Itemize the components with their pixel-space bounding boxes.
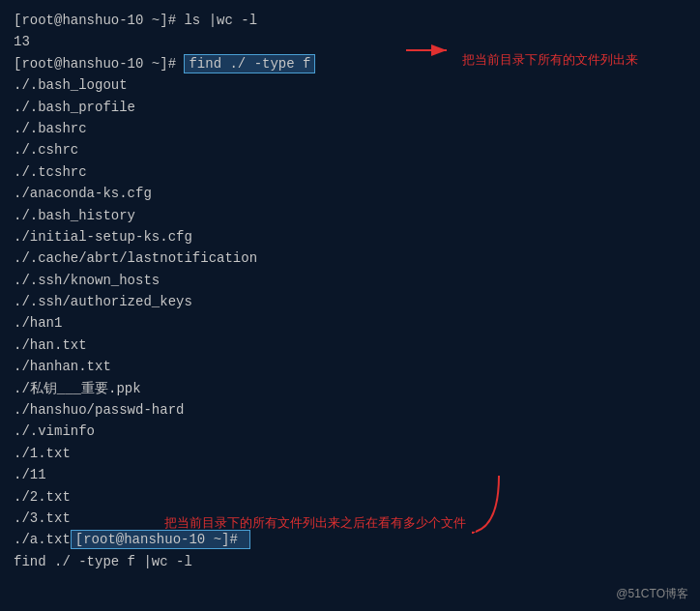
terminal-output: ./.tcshrc (14, 161, 686, 183)
terminal-output: ./1.txt (14, 443, 686, 464)
terminal-output: find ./ -type f |wc -l (14, 551, 686, 572)
terminal-output: ./anaconda-ks.cfg (14, 183, 686, 204)
terminal-output: ./.ssh/authorized_keys (14, 291, 686, 312)
annotation-bottom-text: 把当前目录下的所有文件列出来之后在看有多少个文件 (164, 513, 466, 534)
terminal-output: ./私钥___重要.ppk (14, 378, 686, 399)
terminal-output: ./.bash_logout (14, 74, 686, 96)
terminal-output: ./han.txt (14, 335, 686, 356)
terminal-output: ./hanshuo/passwd-hard (14, 399, 686, 421)
terminal-output: ./.bash_profile (14, 97, 686, 118)
terminal-line: [root@hanshuo-10 ~]# ls |wc -l (14, 10, 686, 31)
terminal-output: ./.ssh/known_hosts (14, 270, 686, 291)
terminal-output: ./han1 (14, 312, 686, 334)
terminal-window: [root@hanshuo-10 ~]# ls |wc -l 13 [root@… (0, 0, 700, 611)
annotation-bottom: 把当前目录下的所有文件列出来之后在看有多少个文件 (164, 476, 507, 534)
terminal-output: ./.cache/abrt/lastnotification (14, 247, 686, 269)
terminal-output: ./.viminfo (14, 421, 686, 442)
prompt: ./a.txt (14, 532, 71, 547)
prompt: [root@hanshuo-10 ~]# ls |wc -l (14, 13, 257, 28)
watermark: @51CTO博客 (616, 585, 688, 603)
annotation-top-text: 把当前目录下所有的文件列出来 (462, 52, 638, 67)
terminal-output: ./hanhan.txt (14, 356, 686, 377)
arrow-right-icon (406, 37, 454, 64)
terminal-output: ./.cshrc (14, 139, 686, 160)
terminal-output: ./.bash_history (14, 205, 686, 226)
annotation-top: 把当前目录下所有的文件列出来 (406, 37, 638, 71)
prompt: [root@hanshuo-10 ~]# (14, 56, 184, 72)
terminal-output: ./.bashrc (14, 118, 686, 139)
command-highlight: find ./ -type f (184, 54, 315, 73)
terminal-output: ./initial-setup-ks.cfg (14, 226, 686, 247)
arrow-up-right-icon (472, 476, 507, 534)
